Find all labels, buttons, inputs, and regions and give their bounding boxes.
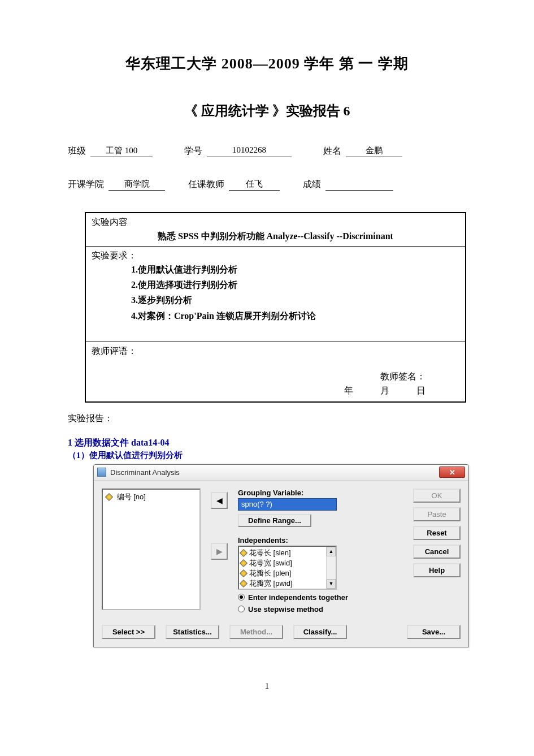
ok-button[interactable]: OK — [413, 489, 461, 503]
class-label: 班级 — [68, 145, 86, 157]
move-to-grouping-button[interactable]: ◀ — [211, 492, 228, 509]
scroll-down-button[interactable]: ▼ — [327, 579, 336, 589]
variable-icon — [240, 549, 248, 557]
statistics-button[interactable]: Statistics... — [166, 625, 219, 639]
dialog-title: Discriminant Analysis — [110, 468, 439, 477]
content-label: 实验内容 — [92, 217, 459, 228]
experiment-box: 实验内容 熟悉 SPSS 中判别分析功能 Analyze--Classify -… — [85, 212, 466, 403]
variable-icon — [240, 580, 248, 587]
content-text: 熟悉 SPSS 中判别分析功能 Analyze--Classify --Disc… — [92, 231, 459, 243]
window-icon — [97, 468, 106, 477]
dialog-titlebar[interactable]: Discriminant Analysis ✕ — [94, 465, 468, 481]
scroll-up-button[interactable]: ▲ — [327, 547, 336, 556]
signature-label: 教师签名： — [380, 371, 426, 381]
page-main-title: 华东理工大学 2008—2009 学年 第 一 学期 — [62, 54, 472, 74]
radio-label: Use stepwise method — [248, 605, 323, 614]
paste-button[interactable]: Paste — [413, 507, 461, 521]
req-item-4: 4.对案例：Crop'Pain 连锁店展开判别分析讨论 — [131, 308, 459, 323]
student-id-label: 学号 — [184, 145, 202, 157]
name-label: 姓名 — [323, 145, 341, 157]
requirements-label: 实验要求： — [92, 250, 459, 262]
enter-together-radio-row[interactable]: Enter independents together — [238, 593, 397, 602]
section-sub-1: （1）使用默认值进行判别分析 — [68, 450, 472, 461]
page-subtitle: 《 应用统计学 》实验报告 6 — [62, 102, 472, 120]
req-item-1: 1.使用默认值进行判别分析 — [131, 262, 459, 277]
score-value — [325, 179, 393, 191]
close-button[interactable]: ✕ — [439, 466, 465, 478]
variable-icon — [105, 493, 113, 501]
student-id-value: 10102268 — [207, 145, 292, 157]
list-item[interactable]: 花萼宽 [swid] — [241, 558, 334, 568]
score-label: 成绩 — [303, 179, 321, 191]
variable-icon — [240, 559, 248, 567]
student-info-row-2: 开课学院 商学院 任课教师 任飞 成绩 — [62, 179, 472, 191]
teacher-label: 任课教师 — [188, 179, 224, 191]
teacher-comment-label: 教师评语： — [92, 345, 459, 357]
radio-label: Enter independents together — [248, 593, 348, 602]
variables-listbox[interactable]: 编号 [no] — [102, 489, 201, 610]
variable-label: 花瓣长 [plen] — [249, 569, 291, 577]
teacher-value: 任飞 — [229, 179, 280, 191]
req-item-3: 3.逐步判别分析 — [131, 292, 459, 308]
report-label: 实验报告： — [68, 413, 472, 425]
radio-icon[interactable] — [238, 594, 245, 601]
help-button[interactable]: Help — [413, 563, 461, 577]
req-item-2: 2.使用选择项进行判别分析 — [131, 277, 459, 292]
discriminant-dialog: Discriminant Analysis ✕ 编号 [no] ◀ ▶ Grou… — [93, 464, 469, 647]
college-value: 商学院 — [108, 179, 165, 191]
name-value: 金鹏 — [346, 145, 402, 157]
variable-icon — [240, 569, 248, 577]
variable-label: 花萼宽 [swid] — [249, 559, 292, 567]
stepwise-radio-row[interactable]: Use stepwise method — [238, 605, 397, 614]
save-button[interactable]: Save... — [407, 625, 461, 639]
date-day: 日 — [416, 386, 426, 395]
method-button[interactable]: Method... — [229, 625, 283, 639]
page-number: 1 — [62, 681, 472, 691]
variable-label: 花瓣宽 [pwid] — [249, 579, 293, 587]
section-heading-1: 1 选用数据文件 data14-04 — [68, 437, 472, 449]
list-item[interactable]: 花瓣宽 [pwid] — [241, 578, 334, 589]
class-value: 工管 100 — [90, 145, 153, 157]
variable-label: 花萼长 [slen] — [249, 548, 291, 557]
cancel-button[interactable]: Cancel — [413, 545, 461, 559]
radio-icon[interactable] — [238, 606, 245, 612]
list-item[interactable]: 花瓣长 [plen] — [241, 568, 334, 578]
requirements-list: 1.使用默认值进行判别分析 2.使用选择项进行判别分析 3.逐步判别分析 4.对… — [92, 262, 459, 323]
reset-button[interactable]: Reset — [413, 526, 461, 540]
college-label: 开课学院 — [68, 179, 104, 191]
grouping-variable-field[interactable]: spno(? ?) — [238, 498, 337, 511]
grouping-variable-label: Grouping Variable: — [238, 489, 397, 497]
date-month: 月 — [380, 386, 389, 395]
scrollbar[interactable]: ▲ ▼ — [326, 547, 336, 589]
select-button[interactable]: Select >> — [102, 625, 155, 639]
independents-listbox[interactable]: 花萼长 [slen] 花萼宽 [swid] 花瓣长 [plen] 花瓣宽 [pw… — [238, 546, 337, 590]
list-item[interactable]: 编号 [no] — [106, 492, 196, 502]
variable-label: 编号 [no] — [117, 493, 146, 501]
student-info-row-1: 班级 工管 100 学号 10102268 姓名 金鹏 — [62, 145, 472, 157]
define-range-button[interactable]: Define Range... — [238, 514, 311, 527]
classify-button[interactable]: Classify... — [293, 625, 347, 639]
date-year: 年 — [344, 386, 353, 395]
list-item[interactable]: 花萼长 [slen] — [241, 548, 334, 558]
independents-label: Independents: — [238, 536, 397, 545]
move-to-independents-button[interactable]: ▶ — [211, 543, 228, 560]
